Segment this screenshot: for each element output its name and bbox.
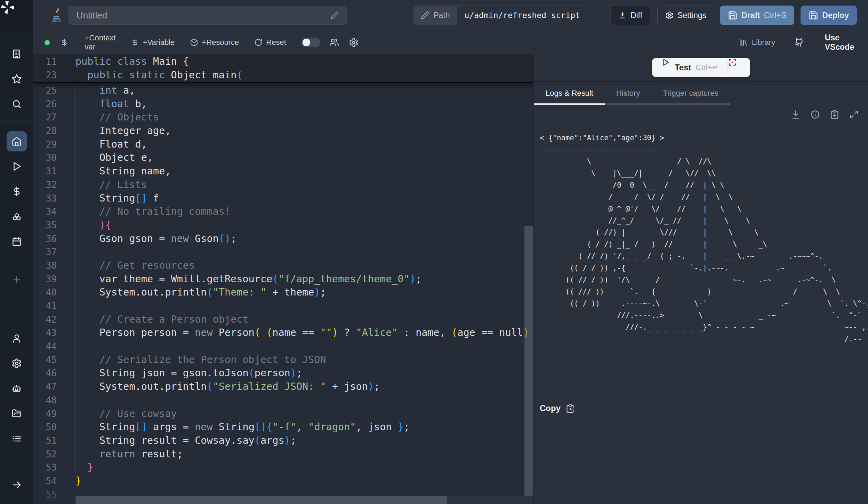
sidebar-item-star[interactable]	[7, 69, 27, 89]
building-icon	[11, 49, 22, 59]
expand-icon[interactable]	[849, 110, 859, 119]
code-line-29[interactable]: 29 Float d,	[33, 138, 533, 151]
deploy-label: Deploy	[822, 11, 849, 20]
code-line-26[interactable]: 26 float b,	[33, 97, 533, 111]
sidebar-item-gear[interactable]	[7, 353, 27, 373]
code-line-47[interactable]: 47 System.out.println("Serialized JSON: …	[33, 380, 533, 394]
script-title-input[interactable]: Untitled	[69, 6, 347, 25]
draft-button[interactable]: Draft Ctrl+S	[720, 6, 794, 25]
add-context-var-button[interactable]: +Context var	[60, 33, 115, 52]
code-line-39[interactable]: 39 var theme = Wmill.getResource("f/app_…	[33, 273, 533, 286]
code-line-11[interactable]: 11public class Main {	[33, 55, 533, 69]
code-line-51[interactable]: 51 String result = Cowsay.say(args);	[33, 434, 533, 448]
line-content: return result;	[75, 448, 183, 461]
sidebar-item-folder[interactable]	[7, 403, 27, 424]
line-number: 43	[33, 326, 57, 340]
sidebar-item-arrow-right[interactable]	[7, 475, 27, 495]
code-line-32[interactable]: 32 // Lists	[33, 178, 533, 192]
add-resource-button[interactable]: +Resource	[190, 38, 239, 47]
tab-logs-result[interactable]: Logs & Result	[534, 83, 605, 105]
gear-icon	[11, 358, 22, 369]
capture-test-button[interactable]	[728, 58, 750, 77]
code-line-42[interactable]: 42 // Create a Person object	[33, 313, 533, 326]
code-line-34[interactable]: 34 // No trailing commas!	[33, 205, 533, 219]
tab-history[interactable]: History	[605, 83, 651, 105]
sidebar	[0, 0, 33, 504]
vscode-icon	[795, 38, 821, 47]
code-line-46[interactable]: 46 String json = gson.toJson(person);	[33, 367, 533, 380]
pencil-icon	[421, 11, 429, 19]
collaborators-button[interactable]	[329, 38, 339, 47]
code-line-41[interactable]: 41	[33, 299, 533, 313]
deploy-button[interactable]: Deploy	[801, 6, 857, 25]
settings-button[interactable]: Settings	[657, 6, 714, 25]
code-line-45[interactable]: 45 // Serialize the Person object to JSO…	[33, 353, 533, 367]
code-line-54[interactable]: 54}	[33, 474, 533, 488]
code-line-36[interactable]: 36 Gson gson = new Gson();	[33, 232, 533, 246]
sidebar-item-calendar[interactable]	[7, 231, 27, 252]
svg-text:Java: Java	[52, 18, 61, 23]
test-button-main[interactable]: Test Ctrl+↵	[652, 58, 728, 77]
sidebar-item-boxes[interactable]	[7, 206, 27, 227]
code-line-31[interactable]: 31 String name,	[33, 165, 533, 178]
code-editor[interactable]: 25 int a,26 float b,27 // Objects28 Inte…	[33, 54, 533, 504]
test-row: Test Ctrl+↵	[534, 54, 868, 82]
add-variable-label: +Variable	[143, 38, 175, 47]
use-vscode-button[interactable]: Use VScode	[795, 33, 854, 52]
rotate-icon	[254, 38, 263, 47]
code-line-53[interactable]: 53 }	[33, 461, 533, 474]
line-content: Float d,	[75, 138, 147, 151]
code-line-28[interactable]: 28 Integer age,	[33, 124, 533, 138]
editor-vertical-scrollbar[interactable]	[524, 226, 533, 504]
diff-button[interactable]: Diff	[610, 6, 650, 25]
code-line-40[interactable]: 40 System.out.println("Theme: " + theme)…	[33, 286, 533, 299]
code-line-35[interactable]: 35 ){	[33, 219, 533, 232]
code-line-30[interactable]: 30 Object e,	[33, 151, 533, 165]
sidebar-item-home[interactable]	[7, 131, 27, 151]
add-variable-button[interactable]: +Variable	[131, 38, 175, 47]
line-content: // No trailing commas!	[75, 205, 231, 219]
test-shortcut: Ctrl+↵	[696, 63, 719, 72]
line-number: 47	[33, 380, 57, 394]
code-line-37[interactable]: 37	[33, 245, 533, 259]
code-line-25[interactable]: 25 int a,	[33, 84, 533, 97]
library-button[interactable]: Library	[739, 38, 775, 47]
sidebar-item-play[interactable]	[7, 156, 27, 176]
line-content: var theme = Wmill.getResource("f/app_the…	[75, 273, 421, 286]
clipboard-import-icon[interactable]	[830, 110, 839, 119]
sidebar-item-building[interactable]	[7, 44, 27, 64]
line-number: 44	[33, 340, 57, 353]
test-button[interactable]: Test Ctrl+↵	[652, 58, 750, 77]
code-line-49[interactable]: 49 // Use cowsay	[33, 407, 533, 421]
code-line-44[interactable]: 44	[33, 340, 533, 353]
line-number: 29	[33, 138, 57, 151]
sidebar-item-user[interactable]	[7, 328, 27, 348]
edit-path-button[interactable]: Path	[414, 6, 457, 25]
sidebar-item-dollar[interactable]	[7, 181, 27, 202]
reset-button[interactable]: Reset	[254, 38, 286, 47]
copy-result-button[interactable]: Copy	[540, 403, 575, 413]
sidebar-item-robot[interactable]	[7, 378, 27, 399]
line-content: Gson gson = new Gson();	[75, 232, 236, 246]
code-line-50[interactable]: 50 String[] args = new String[]{"-f", "d…	[33, 420, 533, 434]
sidebar-item-list[interactable]	[7, 428, 27, 449]
code-line-33[interactable]: 33 String[] f	[33, 192, 533, 205]
edit-title-pencil-icon[interactable]	[330, 11, 339, 19]
code-line-23[interactable]: 23 public static Object main(	[33, 69, 533, 82]
windmill-logo[interactable]	[0, 0, 33, 31]
code-line-52[interactable]: 52 return result;	[33, 448, 533, 461]
sidebar-item-search[interactable]	[7, 94, 27, 114]
code-line-27[interactable]: 27 // Objects	[33, 111, 533, 124]
tab-trigger-captures[interactable]: Trigger captures	[651, 83, 730, 105]
code-line-48[interactable]: 48	[33, 394, 533, 407]
info-icon[interactable]	[810, 110, 820, 119]
sidebar-item-plus[interactable]	[7, 270, 27, 290]
editor-settings-button[interactable]	[349, 38, 359, 47]
download-icon[interactable]	[791, 110, 801, 119]
editor-horizontal-scrollbar[interactable]	[76, 496, 447, 504]
code-line-38[interactable]: 38 // Get resources	[33, 259, 533, 273]
line-number: 37	[33, 245, 57, 259]
assistant-toggle[interactable]	[302, 38, 320, 47]
line-number: 31	[33, 165, 57, 178]
code-line-43[interactable]: 43 Person person = new Person( (name == …	[33, 326, 533, 340]
